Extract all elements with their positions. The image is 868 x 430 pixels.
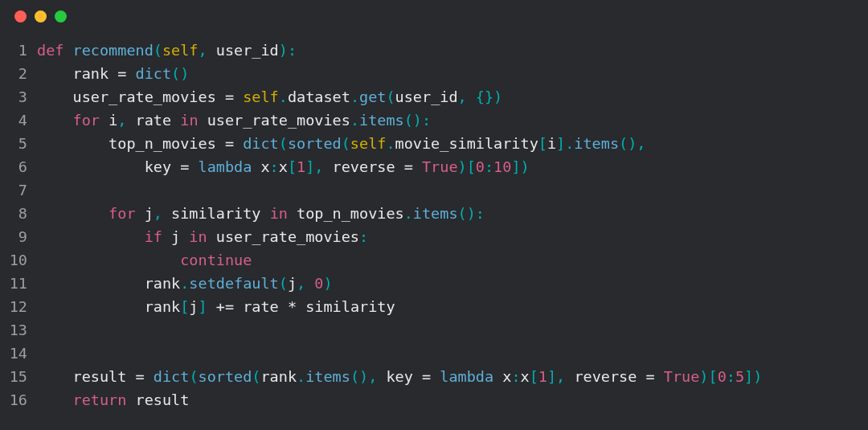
code-content[interactable] <box>37 318 868 342</box>
token-punct: (), <box>619 135 645 152</box>
code-content[interactable]: top_n_movies = dict(sorted(self.movie_si… <box>37 132 868 155</box>
line-number: 13 <box>0 318 37 342</box>
token-ident: result <box>73 368 136 385</box>
code-line[interactable]: 5 top_n_movies = dict(sorted(self.movie_… <box>0 132 868 155</box>
code-line[interactable]: 9 if j in user_rate_movies: <box>0 225 868 248</box>
token-punct: (), <box>350 368 387 385</box>
token-punct: . <box>180 275 189 292</box>
code-content[interactable]: user_rate_movies = self.dataset.get(user… <box>37 85 868 109</box>
token-builtin: dict <box>136 65 172 82</box>
token-punct: . <box>404 205 413 222</box>
token-bool: True <box>664 368 700 385</box>
token-ident: rank <box>73 65 118 82</box>
code-editor[interactable]: 1def recommend(self, user_id):2 rank = d… <box>0 32 868 412</box>
code-line[interactable]: 15 result = dict(sorted(rank.items(), ke… <box>0 365 868 388</box>
token-punct: , <box>117 112 135 129</box>
token-ident: j <box>145 205 154 222</box>
token-ident: rate <box>136 112 181 129</box>
token-ident: rank <box>145 298 181 315</box>
token-kw: if <box>145 228 171 245</box>
token-ident: rate <box>243 298 288 315</box>
minimize-icon[interactable] <box>35 10 47 23</box>
token-punct: : <box>511 368 520 385</box>
token-punct: , <box>199 42 216 59</box>
token-punct: : <box>359 228 368 245</box>
token-self: self <box>350 135 387 152</box>
code-line[interactable]: 7 <box>0 178 868 202</box>
token-fn: setdefault <box>189 275 278 292</box>
token-punct: (): <box>458 205 485 222</box>
token-punct: ], <box>547 368 574 385</box>
code-content[interactable]: result = dict(sorted(rank.items(), key =… <box>37 365 868 388</box>
token-punct: ]) <box>744 368 762 385</box>
token-op: = <box>225 88 243 105</box>
token-op: += <box>216 298 243 315</box>
code-line[interactable]: 4 for i, rate in user_rate_movies.items(… <box>0 109 868 132</box>
code-line[interactable]: 14 <box>0 342 868 365</box>
close-icon[interactable] <box>14 10 27 23</box>
token-punct: , {}) <box>458 88 503 105</box>
code-line[interactable]: 3 user_rate_movies = self.dataset.get(us… <box>0 85 868 109</box>
token-punct: ( <box>189 368 198 385</box>
code-content[interactable]: def recommend(self, user_id): <box>37 39 868 62</box>
token-op: = <box>136 368 154 385</box>
token-op: = <box>646 368 664 385</box>
code-content[interactable]: return result <box>37 388 868 412</box>
code-content[interactable] <box>37 342 868 365</box>
token-num: 1 <box>297 158 305 175</box>
code-line[interactable]: 13 <box>0 318 868 342</box>
token-punct: : <box>727 368 735 385</box>
token-ident: top_n_movies <box>108 135 225 152</box>
token-op: * <box>288 298 305 315</box>
token-fn: items <box>305 368 350 385</box>
code-content[interactable]: if j in user_rate_movies: <box>37 225 868 248</box>
token-punct: ) <box>323 275 332 292</box>
token-attr: movie_similarity <box>395 135 538 152</box>
code-content[interactable] <box>37 178 868 202</box>
token-ident: i <box>108 112 117 129</box>
token-kw: for <box>108 205 145 222</box>
token-lamb: lambda <box>440 368 502 385</box>
code-line[interactable]: 8 for j, similarity in top_n_movies.item… <box>0 202 868 225</box>
code-line[interactable]: 1def recommend(self, user_id): <box>0 39 868 62</box>
token-punct: ] <box>199 298 216 315</box>
token-punct: ( <box>279 275 288 292</box>
token-punct: ], <box>305 158 332 175</box>
code-line[interactable]: 16 return result <box>0 388 868 412</box>
code-line[interactable]: 2 rank = dict() <box>0 62 868 85</box>
token-self: self <box>243 88 279 105</box>
code-content[interactable]: key = lambda x:x[1], reverse = True)[0:1… <box>37 155 868 178</box>
code-content[interactable]: rank[j] += rate * similarity <box>37 295 868 318</box>
code-line[interactable]: 10 continue <box>0 248 868 272</box>
token-op: = <box>180 158 198 175</box>
line-number: 2 <box>0 62 37 85</box>
token-fn: items <box>413 205 458 222</box>
code-line[interactable]: 11 rank.setdefault(j, 0) <box>0 272 868 295</box>
code-content[interactable]: for j, similarity in top_n_movies.items(… <box>37 202 868 225</box>
token-punct: ( <box>279 135 288 152</box>
line-number: 3 <box>0 85 37 109</box>
token-ident: x <box>260 158 269 175</box>
code-line[interactable]: 12 rank[j] += rate * similarity <box>0 295 868 318</box>
zoom-icon[interactable] <box>55 10 67 23</box>
token-ident: user_rate_movies <box>216 228 359 245</box>
token-punct: ]) <box>511 158 529 175</box>
code-content[interactable]: continue <box>37 248 868 272</box>
token-punct: (): <box>404 112 431 129</box>
line-number: 14 <box>0 342 37 365</box>
token-punct: ]. <box>556 135 574 152</box>
code-content[interactable]: rank = dict() <box>37 62 868 85</box>
token-builtin: sorted <box>288 135 342 152</box>
token-op: = <box>422 368 440 385</box>
code-content[interactable]: for i, rate in user_rate_movies.items(): <box>37 109 868 132</box>
token-lamb: lambda <box>199 158 261 175</box>
token-ident: reverse <box>333 158 404 175</box>
token-op: = <box>404 158 422 175</box>
code-content[interactable]: rank.setdefault(j, 0) <box>37 272 868 295</box>
code-line[interactable]: 6 key = lambda x:x[1], reverse = True)[0… <box>0 155 868 178</box>
token-ident: j <box>171 228 189 245</box>
token-builtin: sorted <box>199 368 252 385</box>
line-number: 5 <box>0 132 37 155</box>
line-number: 6 <box>0 155 37 178</box>
token-punct: ( <box>386 88 395 105</box>
